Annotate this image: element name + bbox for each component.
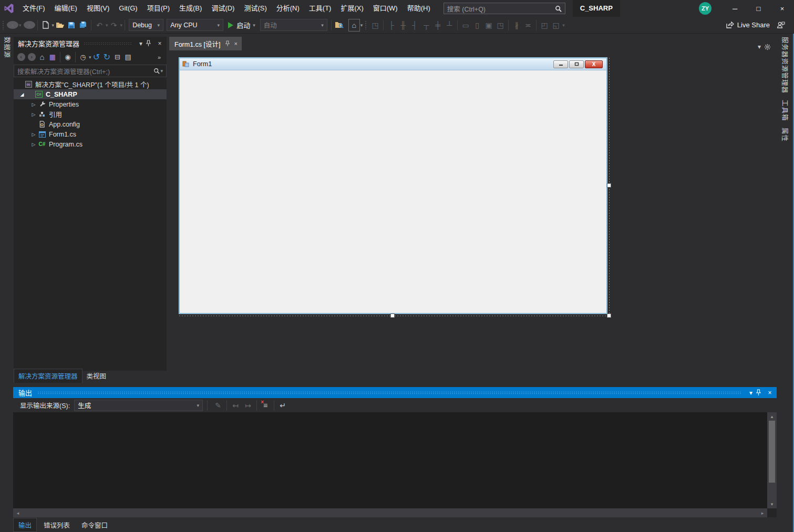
make-same-size-icon[interactable]: ▣	[483, 19, 494, 32]
solution-platform-combo[interactable]: Any CPU ▾	[167, 19, 223, 31]
tab-form1-designer[interactable]: Form1.cs [设计] ×	[169, 37, 242, 50]
collapsed-icon[interactable]: ▷	[29, 132, 38, 137]
menu-edit[interactable]: 编辑(E)	[50, 0, 82, 17]
browser-link-dropdown-icon[interactable]: ▾	[360, 23, 363, 28]
bring-to-front-icon[interactable]: ◰	[539, 19, 550, 32]
designed-form[interactable]: Form1 X	[179, 58, 607, 314]
pin-icon[interactable]	[756, 389, 765, 396]
forms-designer-surface[interactable]: Form1 X	[169, 50, 778, 387]
tab-data-sources[interactable]: 数据源	[3, 34, 13, 61]
browser-link-home-icon[interactable]: ⌂	[348, 19, 360, 32]
start-debugging-button[interactable]: 启动 ▾	[225, 19, 259, 32]
menu-analyze[interactable]: 分析(N)	[272, 0, 304, 17]
align-rights-icon[interactable]: ┤	[409, 19, 420, 32]
align-lefts-icon[interactable]: ├	[386, 19, 397, 32]
se-forward-icon[interactable]: ›	[26, 52, 37, 62]
resize-handle-right[interactable]	[607, 183, 611, 187]
navigate-forward-icon[interactable]: ›	[24, 21, 35, 29]
expanded-icon[interactable]: ◢	[18, 92, 26, 97]
properties-pages-icon[interactable]: ▤	[123, 52, 133, 62]
navigate-back-icon[interactable]: ‹	[7, 21, 18, 29]
send-feedback-icon[interactable]	[775, 19, 787, 32]
next-message-icon[interactable]: ↦	[242, 400, 254, 411]
solution-configuration-combo[interactable]: Debug ▾	[129, 19, 163, 31]
undo-icon[interactable]: ↶	[94, 19, 105, 32]
previous-message-icon[interactable]: ↤	[229, 400, 242, 411]
tree-row-program[interactable]: ▷ C# Program.cs	[14, 139, 167, 149]
live-share-button[interactable]: Live Share	[726, 21, 770, 29]
redo-icon[interactable]: ↷	[108, 19, 120, 32]
start-dropdown-icon[interactable]: ▾	[253, 23, 255, 28]
align-centers-icon[interactable]: ╫	[397, 19, 409, 32]
solution-search-input[interactable]: 搜索解决方案资源管理器(Ctrl+;) ▾	[14, 65, 167, 77]
collapse-all-icon[interactable]: ⊟	[112, 52, 123, 62]
make-same-width-icon[interactable]: ▭	[460, 19, 471, 32]
tab-command-window[interactable]: 命令窗口	[77, 518, 112, 531]
vertical-spacing-icon[interactable]: ≍	[522, 19, 534, 32]
menu-git[interactable]: Git(G)	[114, 0, 142, 17]
pin-icon[interactable]	[146, 40, 155, 47]
find-in-files-icon[interactable]	[334, 19, 345, 32]
align-tops-icon[interactable]: ┬	[420, 19, 432, 32]
send-to-back-icon[interactable]: ◱	[550, 19, 562, 32]
sync-with-active-document-icon[interactable]: ↺	[91, 52, 102, 62]
se-back-icon[interactable]: ‹	[16, 52, 26, 62]
open-file-icon[interactable]	[54, 19, 66, 32]
gear-icon[interactable]	[764, 44, 774, 50]
form-minimize-button[interactable]	[553, 60, 568, 68]
toolbar-grip[interactable]	[2, 20, 5, 30]
toolbar-grip[interactable]	[365, 20, 367, 30]
tree-row-form1[interactable]: ▷ Form1.cs	[14, 129, 167, 139]
close-icon[interactable]: ×	[234, 40, 238, 47]
snap-to-grid-icon[interactable]: ◳	[369, 19, 381, 32]
designed-form-client-area[interactable]	[180, 70, 606, 313]
tree-row-properties[interactable]: ▷ Properties	[14, 99, 167, 109]
save-all-icon[interactable]	[77, 19, 89, 32]
window-maximize-button[interactable]: □	[747, 0, 770, 17]
close-icon[interactable]: ×	[765, 389, 775, 397]
clear-all-icon[interactable]: ≡×	[259, 400, 272, 411]
collapsed-icon[interactable]: ▷	[29, 102, 38, 107]
menu-tools[interactable]: 工具(T)	[304, 0, 336, 17]
switch-views-icon[interactable]: ▦	[47, 52, 58, 62]
align-bottoms-icon[interactable]: ┴	[444, 19, 455, 32]
se-home-icon[interactable]: ⌂	[37, 52, 47, 62]
output-panel-header[interactable]: 输出 ▾ ×	[13, 387, 777, 398]
refresh-icon[interactable]: ↻	[102, 52, 112, 62]
tree-row-references[interactable]: ▷ 引用	[14, 109, 167, 119]
user-avatar[interactable]: ZY	[699, 2, 711, 15]
pin-icon[interactable]	[225, 40, 230, 47]
scrollbar-thumb[interactable]	[769, 421, 775, 483]
collapsed-icon[interactable]: ▷	[29, 142, 38, 147]
menu-window[interactable]: 窗口(W)	[368, 0, 403, 17]
solution-explorer-header[interactable]: 解决方案资源管理器 ▾ ×	[14, 37, 167, 50]
tab-output[interactable]: 输出	[13, 518, 37, 532]
align-middles-icon[interactable]: ╪	[432, 19, 444, 32]
panel-drag-grip[interactable]	[84, 42, 132, 45]
horizontal-spacing-icon[interactable]: ∦	[511, 19, 522, 32]
form-maximize-button[interactable]	[569, 60, 584, 68]
size-to-grid-icon[interactable]: ◳	[494, 19, 506, 32]
output-text-area[interactable]: ▴ ▾	[13, 412, 777, 508]
tab-properties[interactable]: 属性	[780, 124, 790, 145]
find-message-in-code-icon[interactable]: ✎	[212, 400, 224, 411]
resize-handle-corner[interactable]	[607, 314, 611, 318]
layout-overflow-dropdown-icon[interactable]: ▾	[562, 23, 565, 28]
quick-search-input[interactable]: 搜索 (Ctrl+Q)	[444, 3, 565, 14]
pending-changes-filter-icon[interactable]: ◷	[78, 52, 88, 62]
form-close-button[interactable]: X	[585, 60, 603, 68]
collapsed-icon[interactable]: ▷	[29, 112, 38, 117]
menu-extensions[interactable]: 扩展(X)	[336, 0, 368, 17]
scroll-left-icon[interactable]: ◂	[14, 510, 22, 516]
tab-solution-explorer[interactable]: 解决方案资源管理器	[14, 369, 83, 383]
menu-project[interactable]: 项目(P)	[142, 0, 174, 17]
tab-server-explorer[interactable]: 服务器资源管理器	[780, 34, 790, 97]
toolbar-overflow-icon[interactable]: »	[154, 52, 164, 62]
window-minimize-button[interactable]: ─	[723, 0, 747, 17]
scroll-down-icon[interactable]: ▾	[767, 500, 777, 508]
active-files-dropdown-icon[interactable]: ▾	[755, 43, 764, 50]
window-position-dropdown-icon[interactable]: ▾	[746, 389, 756, 397]
panel-drag-grip[interactable]	[37, 391, 741, 394]
designed-form-titlebar[interactable]: Form1 X	[180, 58, 606, 70]
tab-class-view[interactable]: 类视图	[83, 369, 111, 383]
